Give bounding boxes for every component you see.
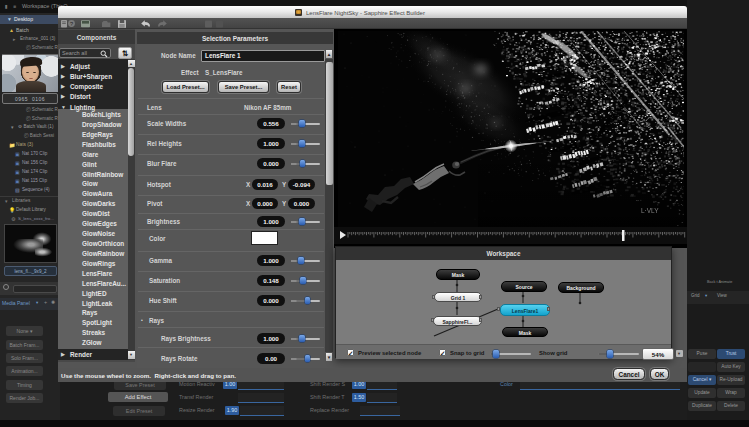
- svg-text:?: ?: [70, 21, 73, 27]
- svg-text:L·VLY: L·VLY: [641, 207, 659, 214]
